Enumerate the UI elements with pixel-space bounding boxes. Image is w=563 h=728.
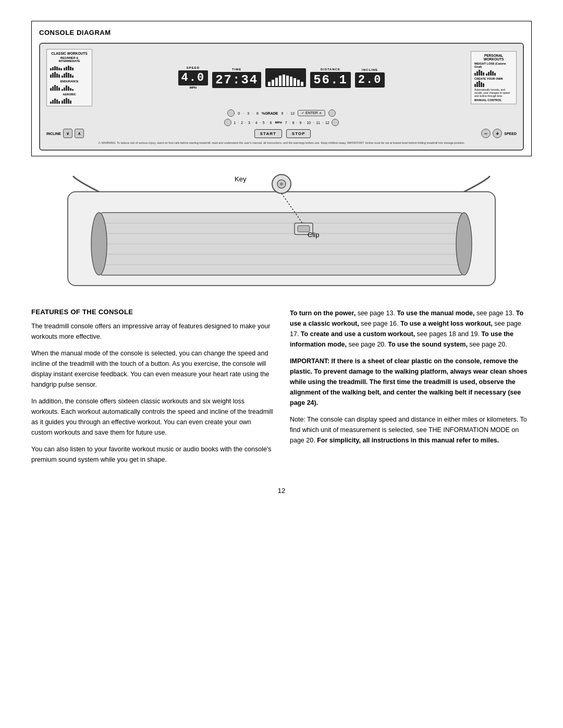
right-para2: IMPORTANT: If there is a sheet of clear … <box>290 356 532 408</box>
bar <box>58 88 60 91</box>
console-diagram-title: CONSOLE DIAGRAM <box>39 29 524 36</box>
bar <box>66 67 67 70</box>
circle-btn-speed-left[interactable] <box>224 119 231 126</box>
rp1-text6: see page 20. <box>349 341 388 348</box>
spd-7: 7 <box>285 121 287 125</box>
weight-loss-label: WEIGHT LOSS (Calorie Goal) <box>474 62 513 68</box>
spd-1: 1 <box>234 121 236 125</box>
bar <box>58 68 60 70</box>
speed-adj-label: SPEED <box>504 132 517 135</box>
graph-bar <box>301 82 303 86</box>
spd-dot: · <box>289 121 290 125</box>
spd-6: 6 <box>270 121 272 125</box>
enter-button[interactable]: ✓ ENTER ∧ <box>298 110 325 116</box>
bar-graph-display <box>265 68 306 87</box>
bar <box>54 85 56 91</box>
spd-dot: · <box>303 121 304 125</box>
key-label: Key <box>235 175 246 183</box>
classic-workouts-title: CLASSIC WORKOUTS <box>50 52 89 55</box>
incline-up-button[interactable]: ∧ <box>75 129 84 138</box>
spd-5: 5 <box>263 121 265 125</box>
graph-bar <box>272 80 274 86</box>
bar <box>62 101 63 104</box>
bar <box>68 66 69 70</box>
spd-3: 3 <box>248 121 250 125</box>
incline-label: INCLINE <box>362 68 378 71</box>
distance-label: DISTANCE <box>321 68 340 71</box>
rp2-bold: IMPORTANT: If there is a sheet of clear … <box>290 357 527 406</box>
time-display: TIME 27:34 <box>212 68 261 88</box>
bars-1 <box>50 64 62 70</box>
spd-dot: · <box>297 121 298 125</box>
console-top-row: CLASSIC WORKOUTS BEGINNER & INTERMEDIATE <box>46 49 517 106</box>
stop-button[interactable]: STOP <box>286 129 311 138</box>
spd-12: 12 <box>325 121 329 125</box>
spd-dot: · <box>260 121 261 125</box>
rp1-bold1: To turn on the power, <box>290 310 356 317</box>
bar <box>486 73 487 76</box>
warning-text: ⚠ WARNING: To reduce risk of serious inj… <box>46 141 517 144</box>
graph-bar <box>275 78 278 86</box>
speed-display: SPEED 4.0 MPH <box>178 66 209 89</box>
grade-value-8: 8 <box>256 112 259 115</box>
pw-bars-2 <box>486 69 496 76</box>
bars-4 <box>62 71 74 78</box>
features-para3: In addition, the console offers sixteen … <box>31 396 273 438</box>
bar <box>490 70 492 76</box>
rp1-text5: see pages 18 and 19. <box>417 330 482 338</box>
graph-bar <box>279 76 282 86</box>
grade-value-9: 9 <box>281 112 283 115</box>
bar <box>56 67 58 70</box>
speed-value: 4.0 <box>178 70 209 85</box>
bar <box>50 102 52 104</box>
bar <box>68 87 69 91</box>
features-title: FEATURES OF THE CONSOLE <box>31 308 273 316</box>
treadmill-illustration: Key Clip <box>31 171 532 298</box>
bar <box>56 86 58 91</box>
speed-unit: MPH <box>190 86 197 89</box>
bar <box>72 89 74 91</box>
manual-control-label: MANUAL CONTROL <box>474 98 513 102</box>
bar <box>72 68 74 70</box>
treadmill-svg <box>31 171 532 296</box>
bar <box>54 98 56 104</box>
graph-bar <box>286 76 289 86</box>
circle-btn-right[interactable] <box>328 109 336 117</box>
rp1-bold2: To use the man­ual mode, <box>397 310 474 317</box>
grade-dot: · <box>252 112 253 115</box>
features-para4: You can also listen to your favorite wor… <box>31 444 273 465</box>
grade-value-0: 0 <box>238 112 240 115</box>
bars-5 <box>50 84 60 91</box>
svg-point-11 <box>280 182 283 186</box>
beginner-label: BEGINNER & INTERMEDIATE <box>50 56 89 63</box>
rp3-bold: For simplicity, all instructions in this… <box>317 437 499 444</box>
speed-adj-controls: − + SPEED <box>481 129 517 138</box>
bar <box>66 85 67 91</box>
start-button[interactable]: START <box>254 129 282 138</box>
workout-row-2 <box>50 71 89 78</box>
workout-lines-left: BEGINNER & INTERMEDIATE <box>50 56 89 104</box>
bar <box>66 98 67 104</box>
bars-7 <box>50 97 60 104</box>
bar <box>50 88 52 91</box>
bars-2 <box>64 64 74 70</box>
spd-9: 9 <box>300 121 302 125</box>
bar <box>66 72 67 78</box>
time-value: 27:34 <box>212 72 261 88</box>
graph-bar <box>293 78 296 86</box>
pw-row-2 <box>474 81 513 87</box>
circle-btn-left[interactable] <box>227 109 235 117</box>
incline-down-button[interactable]: ∨ <box>63 129 72 138</box>
speed-decrease-button[interactable]: − <box>481 129 491 138</box>
bar <box>52 73 54 78</box>
bar <box>54 72 56 78</box>
console-second-row: 0 · 3 · 8 %GRADE 9 · 12 ✓ ENTER ∧ <box>46 109 517 117</box>
console-bottom-row: INCLINE ∨ ∧ START STOP − + SPEED <box>46 129 517 138</box>
speed-increase-button[interactable]: + <box>493 129 502 138</box>
bar <box>50 68 52 70</box>
incline-value: 2.0 <box>355 72 385 88</box>
circle-btn-speed-right[interactable] <box>332 119 339 126</box>
displays-center: SPEED 4.0 MPH TIME 27:34 <box>92 66 471 89</box>
bar <box>68 99 69 104</box>
bar <box>64 88 65 91</box>
